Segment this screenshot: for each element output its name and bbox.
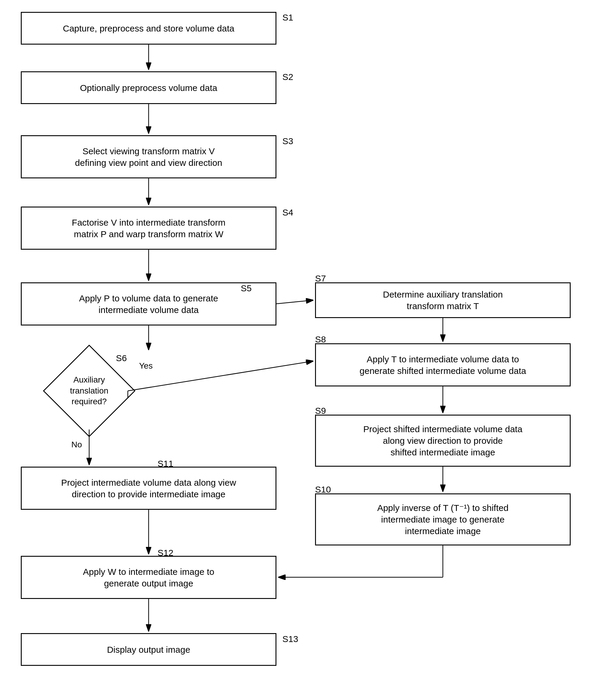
step-s13-label: S13 bbox=[282, 634, 298, 644]
step-s10-label: S10 bbox=[315, 484, 331, 495]
step-s5: Apply P to volume data to generate inter… bbox=[21, 282, 276, 325]
yes-label: Yes bbox=[139, 361, 153, 371]
step-s4: Factorise V into intermediate transform … bbox=[21, 206, 276, 250]
step-s6-container: Auxiliary translation required? bbox=[51, 352, 128, 429]
svg-line-6 bbox=[276, 300, 313, 304]
step-s13: Display output image bbox=[21, 633, 276, 666]
step-s10: Apply inverse of T (T⁻¹) to shifted inte… bbox=[315, 494, 571, 545]
step-s2-text: Optionally preprocess volume data bbox=[80, 82, 217, 94]
step-s11-label: S11 bbox=[157, 459, 173, 469]
step-s9-text: Project shifted intermediate volume data… bbox=[363, 423, 522, 458]
no-label: No bbox=[71, 440, 82, 449]
step-s1: Capture, preprocess and store volume dat… bbox=[21, 12, 276, 45]
step-s2-label: S2 bbox=[282, 72, 293, 82]
step-s13-text: Display output image bbox=[107, 644, 190, 655]
step-s8: Apply T to intermediate volume data to g… bbox=[315, 343, 571, 386]
flowchart: Capture, preprocess and store volume dat… bbox=[0, 0, 598, 700]
svg-line-8 bbox=[128, 361, 313, 391]
step-s1-text: Capture, preprocess and store volume dat… bbox=[63, 23, 234, 34]
step-s11: Project intermediate volume data along v… bbox=[21, 467, 276, 510]
step-s12-text: Apply W to intermediate image to generat… bbox=[83, 566, 214, 589]
step-s8-text: Apply T to intermediate volume data to g… bbox=[359, 353, 526, 377]
step-s4-text: Factorise V into intermediate transform … bbox=[72, 217, 226, 240]
step-s12-label: S12 bbox=[157, 548, 173, 558]
step-s12: Apply W to intermediate image to generat… bbox=[21, 556, 276, 599]
step-s7: Determine auxiliary translation transfor… bbox=[315, 282, 571, 318]
step-s3-label: S3 bbox=[282, 136, 293, 146]
step-s6-text: Auxiliary translation required? bbox=[56, 358, 122, 424]
step-s2: Optionally preprocess volume data bbox=[21, 71, 276, 104]
step-s9: Project shifted intermediate volume data… bbox=[315, 415, 571, 467]
step-s5-text: Apply P to volume data to generate inter… bbox=[79, 293, 218, 316]
step-s8-label: S8 bbox=[315, 334, 326, 345]
step-s7-label: S7 bbox=[315, 273, 326, 283]
step-s5-label: S5 bbox=[241, 283, 252, 293]
step-s4-label: S4 bbox=[282, 207, 293, 218]
step-s9-label: S9 bbox=[315, 406, 326, 416]
step-s6-label: S6 bbox=[116, 353, 127, 363]
step-s1-label: S1 bbox=[282, 12, 293, 23]
step-s3: Select viewing transform matrix V defini… bbox=[21, 135, 276, 178]
step-s11-text: Project intermediate volume data along v… bbox=[61, 477, 236, 500]
step-s7-text: Determine auxiliary translation transfor… bbox=[383, 289, 503, 312]
step-s10-text: Apply inverse of T (T⁻¹) to shifted inte… bbox=[377, 502, 508, 537]
step-s3-text: Select viewing transform matrix V defini… bbox=[75, 145, 222, 169]
